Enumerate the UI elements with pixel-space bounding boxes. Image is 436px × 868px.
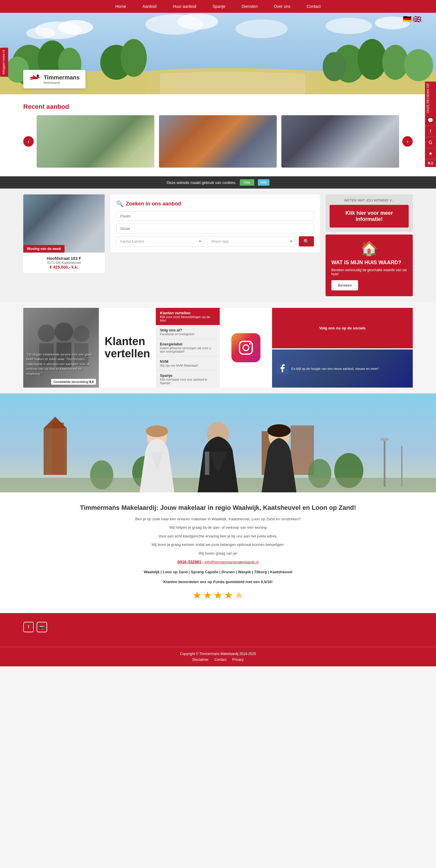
cookie-ok-button[interactable]: Oke bbox=[240, 179, 254, 186]
waarde-box: 🏠 WAT IS MIJN HUIS WAARD? Bereken eenvou… bbox=[326, 235, 413, 296]
svg-point-19 bbox=[404, 49, 433, 81]
german-flag[interactable]: 🇩🇪 bbox=[403, 15, 411, 23]
svg-point-50 bbox=[146, 426, 168, 437]
search-form-title: 🔍 Zoeken in ons aanbod bbox=[116, 200, 314, 207]
street-input[interactable] bbox=[116, 224, 314, 234]
follow-panel[interactable]: Volg ons nu op de socials bbox=[272, 308, 413, 348]
search-button[interactable]: 🔍 bbox=[299, 236, 314, 246]
uk-flag[interactable]: 🇬🇧 bbox=[413, 15, 422, 23]
star-2: ★ bbox=[203, 589, 212, 601]
svg-point-28 bbox=[55, 322, 73, 341]
search-form-panel: 🔍 Zoeken in ons aanbod Aantal kamers Woo… bbox=[110, 194, 320, 252]
recent-section: Recent aanbod ‹ › bbox=[0, 94, 436, 176]
property-card-1[interactable] bbox=[37, 115, 154, 167]
chat-icon[interactable]: 💬 bbox=[425, 115, 436, 126]
footer-instagram-icon[interactable]: 📷 bbox=[37, 622, 47, 632]
contact-link[interactable]: Contact bbox=[214, 658, 227, 662]
place-input[interactable] bbox=[116, 211, 314, 221]
klanten-score: Gemiddelde beoordeling 9,4 bbox=[51, 379, 96, 385]
search-form: Aantal kamers Woon opp. 🔍 bbox=[116, 211, 314, 246]
carousel-next[interactable]: › bbox=[402, 136, 413, 147]
info-phone[interactable]: 0416-332661 bbox=[177, 560, 201, 564]
property-image-1 bbox=[37, 115, 154, 167]
footer-social: f 📷 bbox=[23, 622, 413, 632]
svg-rect-53 bbox=[384, 440, 385, 487]
info-locations: Waalwijk | Loon op Zand | Sprang Capelle… bbox=[58, 568, 378, 575]
info-title: Timmermans Makelaardij: Jouw makelaar in… bbox=[58, 504, 378, 512]
svg-point-15 bbox=[121, 39, 147, 77]
svg-point-26 bbox=[38, 324, 55, 342]
klanten-card-reviews[interactable]: Klanten vertellen Klik voor onze beoorde… bbox=[156, 308, 220, 325]
star-half: ★ bbox=[234, 589, 243, 601]
nav-aanbod[interactable]: Aanbod bbox=[134, 0, 165, 13]
footer-links: Disclaimer Contact Privacy bbox=[5, 658, 431, 662]
klanten-card-energie: Energielabel Indien gewenst verzorgen wi… bbox=[156, 339, 220, 356]
star-3: ★ bbox=[213, 589, 223, 601]
area-select[interactable]: Woon opp. bbox=[207, 236, 296, 246]
property-card-3[interactable] bbox=[281, 115, 399, 167]
instagram-panel[interactable] bbox=[220, 308, 272, 388]
svg-point-7 bbox=[326, 18, 372, 34]
disclaimer-link[interactable]: Disclaimer bbox=[193, 658, 209, 662]
hero-banner: Timmermans Makelaardij 🇩🇪 🇬🇧 bbox=[0, 13, 436, 94]
nav-spanje[interactable]: Spanje bbox=[204, 0, 233, 13]
nav-over-ons[interactable]: Over ons bbox=[266, 0, 299, 13]
logo-brand: Timmermans bbox=[44, 74, 80, 81]
property-carousel: ‹ › bbox=[23, 115, 413, 167]
property-image-3 bbox=[281, 115, 399, 167]
facebook-panel[interactable]: En blijf op de hoogte van ons nieuw aanb… bbox=[272, 349, 413, 388]
carousel-items bbox=[34, 115, 402, 167]
footer-facebook-icon[interactable]: f bbox=[23, 622, 34, 632]
svg-rect-55 bbox=[401, 446, 403, 487]
info-line3: Voor een echt klantgerichte ervaring ben… bbox=[58, 533, 378, 539]
team-banner bbox=[0, 394, 436, 492]
main-nav: Home Aanbod Huur aanbod Spanje Diensten … bbox=[0, 0, 436, 13]
klanten-card-nvm: NVM Wij zijn uw NVM Makelaar! bbox=[156, 356, 220, 370]
nav-contact[interactable]: Contact bbox=[299, 0, 329, 13]
cookie-text: Deze website maakt gebruik van cookies. bbox=[167, 180, 236, 185]
svg-rect-52 bbox=[205, 452, 209, 475]
instagram-icon bbox=[231, 333, 261, 362]
info-funda: Klanten beoordelen ons op Funda gemiddel… bbox=[58, 579, 378, 585]
info-email[interactable]: info@timmermansmakelaardij.nl bbox=[205, 560, 259, 564]
klik-info-button[interactable]: Klik hier voor meer informatie! bbox=[330, 205, 409, 227]
woning-address: Hoofdstraat 103 F bbox=[27, 256, 101, 261]
waarde-button[interactable]: Bereken bbox=[331, 280, 358, 290]
company-logo[interactable]: Timmermans Makelaardij bbox=[23, 70, 86, 89]
privacy-link[interactable]: Privacy bbox=[232, 658, 243, 662]
cookie-info-button[interactable]: Info bbox=[258, 179, 269, 186]
footer-copyright-bar: Copyright © Timmermans Makelaardij 2019-… bbox=[0, 647, 436, 666]
property-image-2 bbox=[159, 115, 277, 167]
facebook-icon[interactable]: f bbox=[425, 126, 436, 137]
klanten-cards: Klanten vertellen Klik voor onze beoorde… bbox=[156, 308, 220, 388]
google-icon[interactable]: G bbox=[425, 137, 436, 148]
waarde-panel: WETEN WAT JOU WONING V... Klik hier voor… bbox=[326, 194, 413, 296]
info-line1: Ben je op zoek naar een ervaren makelaar… bbox=[58, 516, 378, 522]
search-filters-row: Aantal kamers Woon opp. 🔍 bbox=[116, 236, 314, 246]
search-section: Woning van de week Hoofdstraat 103 F 517… bbox=[0, 189, 436, 302]
nav-huur-aanbod[interactable]: Huur aanbod bbox=[165, 0, 204, 13]
waarde-title: WAT IS MIJN HUIS WAARD? bbox=[331, 259, 407, 266]
reviews-strip: ONZE REVIEWS OP 💬 f G ★ 9.1 bbox=[425, 82, 436, 167]
language-flags[interactable]: 🇩🇪 🇬🇧 bbox=[403, 15, 422, 23]
nav-diensten[interactable]: Diensten bbox=[233, 0, 266, 13]
woning-week-image[interactable]: Woning van de week bbox=[23, 194, 105, 253]
review-icon[interactable]: ★ bbox=[425, 148, 436, 159]
svg-point-54 bbox=[380, 438, 389, 441]
rooms-select[interactable]: Aantal kamers bbox=[116, 236, 205, 246]
klanten-card-social[interactable]: Volg ons al? Facebook en Instagram! bbox=[156, 325, 220, 339]
copyright-text: Copyright © Timmermans Makelaardij 2019-… bbox=[180, 652, 256, 656]
nav-home[interactable]: Home bbox=[107, 0, 134, 13]
svg-point-6 bbox=[235, 20, 288, 38]
property-card-2[interactable] bbox=[159, 115, 277, 167]
woning-zip: 5171 DK Kaatsheuvel bbox=[27, 261, 101, 265]
klanten-heading: Klanten vertellen bbox=[99, 308, 156, 388]
info-contact: 0416-332661 | info@timmermansmakelaardij… bbox=[58, 558, 378, 566]
info-section: Timmermans Makelaardij: Jouw makelaar in… bbox=[0, 492, 436, 613]
footer: f 📷 bbox=[0, 613, 436, 647]
logo-subtitle: Makelaardij bbox=[44, 81, 80, 84]
house-icon: 🏠 bbox=[331, 240, 407, 257]
svg-point-5 bbox=[177, 13, 218, 30]
login-strip[interactable]: Inloggen move.nl bbox=[0, 48, 8, 77]
carousel-prev[interactable]: ‹ bbox=[23, 136, 34, 147]
